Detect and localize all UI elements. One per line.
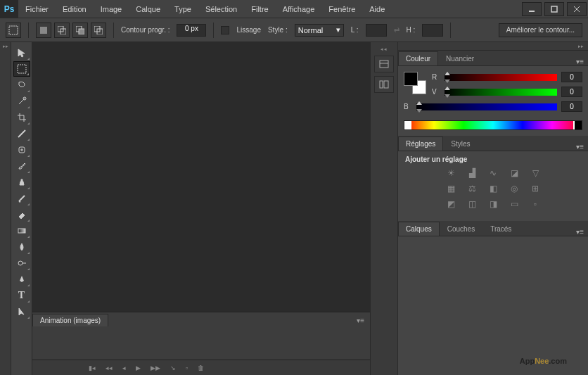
crop-tool[interactable]	[13, 110, 30, 125]
r-slider[interactable]	[445, 74, 557, 81]
vibrance-icon[interactable]: ▽	[528, 167, 542, 179]
panels-collapse-strip[interactable]: ▸▸	[398, 42, 588, 51]
pen-tool[interactable]	[13, 272, 30, 287]
magic-wand-tool[interactable]	[13, 94, 30, 109]
menu-type[interactable]: Type	[167, 1, 198, 17]
blur-tool[interactable]	[13, 239, 30, 255]
color-ramp[interactable]	[404, 120, 582, 130]
curves-icon[interactable]: ∿	[486, 167, 500, 179]
menu-affichage[interactable]: Affichage	[276, 1, 322, 17]
tab-traces[interactable]: Tracés	[482, 222, 519, 236]
maximize-button[interactable]	[544, 2, 564, 16]
collapsed-properties-icon[interactable]	[374, 76, 394, 93]
g-value[interactable]: 0	[561, 87, 582, 97]
menu-fenetre[interactable]: Fenêtre	[321, 1, 362, 17]
lasso-tool[interactable]	[13, 77, 30, 93]
exposure-icon[interactable]: ◪	[507, 167, 521, 179]
anti-alias-checkbox[interactable]	[221, 26, 229, 34]
eraser-tool[interactable]	[13, 207, 30, 222]
photofilter-icon[interactable]: ◎	[507, 183, 521, 194]
feather-input[interactable]: 0 px	[177, 24, 206, 37]
r-value[interactable]: 0	[561, 72, 582, 82]
options-bar: Contour progr. : 0 px Lissage Style : No…	[0, 18, 588, 42]
canvas[interactable]	[32, 42, 370, 312]
menu-fichier[interactable]: Fichier	[18, 1, 56, 17]
tween-icon[interactable]: ↘	[170, 364, 176, 371]
color-swatches[interactable]	[404, 72, 426, 94]
menu-selection[interactable]: Sélection	[198, 1, 244, 17]
svg-rect-5	[40, 27, 47, 34]
invert-icon[interactable]: ◩	[444, 198, 458, 210]
menu-aide[interactable]: Aide	[362, 1, 392, 17]
levels-icon[interactable]: ▟	[465, 167, 479, 179]
menu-edition[interactable]: Edition	[56, 1, 94, 17]
play-icon[interactable]: ▶	[136, 364, 141, 371]
collapsed-history-icon[interactable]	[374, 56, 394, 72]
eyedropper-tool[interactable]	[13, 126, 30, 141]
refine-edge-button[interactable]: Améliorer le contour...	[499, 23, 582, 37]
svg-rect-21	[380, 61, 388, 68]
animation-panel: Animation (images) ▾≡ ▮◂ ◂◂ ◂ ▶ ▶▶ ↘ ▫ 🗑	[32, 312, 370, 375]
type-tool[interactable]: T	[13, 288, 30, 303]
move-tool[interactable]	[13, 45, 30, 61]
menu-image[interactable]: Image	[94, 1, 129, 17]
rewind-icon[interactable]: ▮◂	[89, 364, 96, 371]
tab-nuancier[interactable]: Nuancier	[438, 51, 482, 65]
bw-icon[interactable]: ◧	[486, 183, 500, 194]
balance-icon[interactable]: ⚖	[465, 183, 479, 194]
collapsed-panel-strip	[370, 42, 398, 375]
selection-sub-icon[interactable]	[72, 23, 88, 38]
anti-alias-label: Lissage	[236, 26, 260, 34]
selective-icon[interactable]: ▫	[528, 198, 542, 210]
clone-stamp-tool[interactable]	[13, 174, 30, 190]
brush-tool[interactable]	[13, 158, 30, 174]
tab-calques[interactable]: Calques	[398, 222, 440, 236]
new-frame-icon[interactable]: ▫	[186, 364, 188, 371]
mixer-icon[interactable]: ⊞	[528, 183, 542, 194]
path-select-tool[interactable]	[13, 304, 30, 319]
tab-styles[interactable]: Styles	[443, 136, 478, 151]
color-panel-menu-icon[interactable]: ▾≡	[572, 58, 588, 65]
step-back-icon[interactable]: ◂	[122, 364, 126, 371]
selection-new-icon[interactable]	[36, 23, 51, 38]
menu-calque[interactable]: Calque	[129, 1, 167, 17]
marquee-tool-indicator-icon[interactable]	[6, 23, 21, 38]
animation-panel-menu-icon[interactable]: ▾≡	[351, 317, 370, 324]
selection-intersect-icon[interactable]	[91, 23, 106, 38]
reglages-panel-menu-icon[interactable]: ▾≡	[572, 143, 588, 151]
adjustments-title: Ajouter un réglage	[405, 155, 581, 163]
healing-brush-tool[interactable]	[13, 142, 30, 158]
tab-couleur[interactable]: Couleur	[398, 51, 438, 65]
r-label: R	[432, 73, 440, 81]
b-slider[interactable]	[416, 103, 557, 110]
history-brush-tool[interactable]	[13, 191, 30, 206]
layers-panel-menu-icon[interactable]: ▾≡	[572, 228, 588, 236]
close-button[interactable]	[567, 2, 587, 16]
b-value[interactable]: 0	[561, 101, 582, 112]
hue-icon[interactable]: ▦	[444, 183, 458, 194]
tools-collapse-strip[interactable]: ▸▸	[0, 42, 11, 375]
g-slider[interactable]	[445, 89, 557, 96]
threshold-icon[interactable]: ◨	[486, 198, 500, 210]
prev-icon[interactable]: ◂◂	[106, 364, 113, 371]
feather-label: Contour progr. :	[121, 26, 170, 34]
menu-filtre[interactable]: Filtre	[244, 1, 275, 17]
step-fwd-icon[interactable]: ▶▶	[151, 364, 160, 371]
posterize-icon[interactable]: ◫	[465, 198, 479, 210]
dodge-tool[interactable]	[13, 255, 30, 271]
color-panel-tabs: Couleur Nuancier ▾≡	[398, 51, 588, 66]
svg-rect-23	[380, 81, 383, 88]
gradient-tool[interactable]	[13, 223, 30, 239]
trash-icon[interactable]: 🗑	[198, 364, 204, 371]
svg-rect-1	[551, 6, 557, 12]
brightness-icon[interactable]: ☀	[444, 167, 458, 179]
gradmap-icon[interactable]: ▭	[507, 198, 521, 210]
tab-couches[interactable]: Couches	[440, 222, 482, 236]
foreground-swatch[interactable]	[404, 72, 418, 86]
minimize-button[interactable]	[522, 2, 542, 16]
style-select[interactable]: Normal▾	[295, 24, 344, 37]
tab-reglages[interactable]: Réglages	[398, 136, 443, 151]
tab-animation[interactable]: Animation (images)	[32, 314, 108, 326]
selection-add-icon[interactable]	[54, 23, 70, 38]
marquee-tool[interactable]	[13, 61, 30, 77]
